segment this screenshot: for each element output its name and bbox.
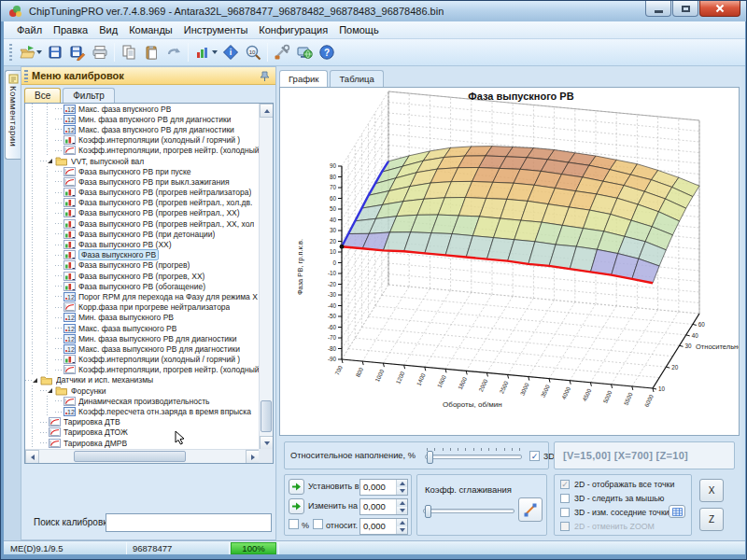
save-button[interactable] <box>44 41 66 63</box>
tree-item[interactable]: Фаза выпускного РВ (прогрев нейтрализато… <box>25 188 260 198</box>
tab-filter[interactable]: Фильтр <box>63 88 115 103</box>
apply-set-button[interactable] <box>289 479 304 495</box>
search-input[interactable] <box>106 513 272 532</box>
tree-item[interactable]: Фаза выпускного РВ (ХХ) <box>25 239 260 249</box>
copy-button[interactable] <box>118 41 140 63</box>
expander-icon[interactable] <box>48 388 52 393</box>
tree-item[interactable]: 12Макс. фаза выпускного РВ для диагности… <box>25 343 260 354</box>
tree-item[interactable]: Динамическая производительность <box>25 396 260 406</box>
set-value-spinner[interactable]: 0,000 <box>359 479 408 496</box>
print-button[interactable] <box>89 41 111 63</box>
menu-item-1[interactable]: Правка <box>48 22 93 37</box>
scroll-down-button[interactable] <box>260 436 274 450</box>
tab-graph[interactable]: График <box>279 70 328 87</box>
view-option-1[interactable]: 3D - следить за мышью <box>560 494 664 503</box>
tree-item[interactable]: Корр.фаза при прогреве нейтрализатора <box>25 302 260 313</box>
tree-item[interactable]: 12Макс. фаза выпускного РВ <box>25 323 260 333</box>
save-as-button[interactable] <box>66 41 89 63</box>
menu-item-2[interactable]: Вид <box>93 22 123 37</box>
checkbox[interactable]: ✓ <box>560 480 570 489</box>
maximize-button[interactable] <box>672 1 698 17</box>
help-button[interactable]: ? <box>316 41 338 63</box>
scroll-right-button[interactable] <box>246 450 260 464</box>
expander-icon[interactable] <box>33 378 37 383</box>
tree-item[interactable]: Фаза выпускного РВ при выкл.зажигания <box>25 176 260 187</box>
checkbox[interactable] <box>560 508 570 517</box>
menu-item-4[interactable]: Инструменты <box>178 22 254 37</box>
spinner-arrows[interactable] <box>396 480 407 495</box>
load-slider-thumb[interactable] <box>427 451 433 464</box>
checkbox[interactable] <box>560 494 570 503</box>
drag-grip[interactable] <box>24 70 28 82</box>
tree-item[interactable]: Коэфф.интерполяции, прогрев нейтр. (холо… <box>25 365 260 375</box>
tree-folder[interactable]: VVT, выпускной вал <box>25 156 260 166</box>
tree-item[interactable]: Коэфф.интерполяции, прогрев нейтр. (холо… <box>25 146 260 156</box>
tree-item[interactable]: 12Мин. фаза выпускного РВ для диагностик… <box>25 333 260 343</box>
online-button[interactable] <box>293 41 316 63</box>
tree-item[interactable]: 12Макс. фаза впускного РВ <box>25 104 260 114</box>
open-button[interactable] <box>16 41 38 63</box>
3d-checkbox[interactable]: ✓ <box>529 451 540 461</box>
apply-change-button[interactable] <box>289 498 304 514</box>
pin-icon[interactable] <box>259 70 271 82</box>
tree-item[interactable]: Коэфф.интерполяции (холодный / горячий ) <box>25 355 260 365</box>
tree-item[interactable]: 12Коэфф.пересчета отн.заряда в время впр… <box>25 406 260 416</box>
tree-folder[interactable]: Датчики и исп. механизмы <box>25 375 260 385</box>
tree-item[interactable]: Фаза выпускного РВ (прогрев, ХХ) <box>25 271 260 281</box>
comments-tab[interactable]: Комментарии <box>5 70 21 160</box>
scroll-up-button[interactable] <box>260 104 274 118</box>
tree-item[interactable]: 12Мин. фаза выпускного РВ <box>25 313 260 323</box>
menu-item-5[interactable]: Конфигурация <box>253 22 333 37</box>
spinner-arrows[interactable] <box>396 519 407 534</box>
dropdown-arrow-icon[interactable] <box>36 50 42 54</box>
view-option-3[interactable]: 2D - отменить ZOOM <box>560 522 655 531</box>
x-axis-button[interactable]: X <box>699 479 724 502</box>
tree-horizontal-scrollbar[interactable] <box>25 449 260 463</box>
zoom-search-button[interactable]: 10 <box>242 41 264 63</box>
minimize-button[interactable] <box>645 1 671 17</box>
scroll-thumb[interactable] <box>74 451 186 462</box>
close-button[interactable] <box>699 1 740 17</box>
menu-item-0[interactable]: Файл <box>11 22 48 37</box>
tools-button[interactable] <box>271 41 293 63</box>
tree-item[interactable]: Фаза выпускного РВ <box>25 250 260 260</box>
chart-mode-button[interactable] <box>191 41 214 63</box>
paste-button[interactable] <box>140 41 162 63</box>
smoothing-apply-button[interactable] <box>518 497 543 522</box>
tree-item[interactable]: 12Макс. фаза впускного РВ для диагностик… <box>25 124 260 134</box>
spinner-arrows[interactable] <box>396 499 407 514</box>
properties-button[interactable]: i <box>219 41 242 63</box>
view-option-0[interactable]: ✓2D - отображать все точки <box>560 480 674 489</box>
tree-folder[interactable]: Форсунки <box>25 385 260 396</box>
menu-item-6[interactable]: Помощь <box>333 22 385 37</box>
menu-item-3[interactable]: Команды <box>123 22 178 37</box>
relative-checkbox[interactable] <box>313 519 323 529</box>
tree-vertical-scrollbar[interactable] <box>259 104 273 450</box>
dropdown-arrow-icon[interactable] <box>212 50 218 54</box>
tree-item[interactable]: Фаза выпускного РВ (при детонации) <box>25 229 260 239</box>
percent-checkbox[interactable] <box>289 519 299 529</box>
load-slider-track[interactable] <box>425 455 522 459</box>
tree-item[interactable]: Фаза выпускного РВ (прогрев) <box>25 260 260 271</box>
undo-button[interactable] <box>162 41 185 63</box>
tree-item[interactable]: Коэфф.интерполяции (холодный / горячий ) <box>25 135 260 146</box>
tree-item[interactable]: Фаза выпускного РВ (прогрев нейтрал., ХХ… <box>25 218 260 229</box>
scroll-thumb[interactable] <box>261 400 272 432</box>
tree-item[interactable]: Тарировка ДТВ <box>25 417 260 427</box>
change-value-spinner[interactable]: 0,000 <box>359 498 408 515</box>
chart-area[interactable]: 9080706050403020100-10-20-30-40-50-60-70… <box>279 87 740 436</box>
grid-edit-button[interactable] <box>669 505 685 518</box>
tree-item[interactable]: Фаза выпускного РВ при пуске <box>25 166 260 176</box>
view-option-2[interactable]: 3D - изм. соседние точки <box>560 508 669 517</box>
tree-item[interactable]: Фаза выпускного РВ (прогрев нейтрал., ХХ… <box>25 208 260 218</box>
tab-table[interactable]: Таблица <box>330 70 383 87</box>
tree-item[interactable]: Тарировка ДТОЖ <box>25 427 260 438</box>
checkbox[interactable] <box>560 522 570 531</box>
relative-value-spinner[interactable]: 0,000 <box>359 518 408 535</box>
smoothing-slider-track[interactable] <box>423 509 514 513</box>
tree-item[interactable]: Тарировка ДМРВ <box>25 438 260 448</box>
toolbar-grip[interactable] <box>9 44 12 61</box>
tab-all[interactable]: Все <box>24 88 61 103</box>
scroll-left-button[interactable] <box>25 450 39 464</box>
tree-item[interactable]: Фаза выпускного РВ (прогрев нейтрал., хо… <box>25 198 260 208</box>
